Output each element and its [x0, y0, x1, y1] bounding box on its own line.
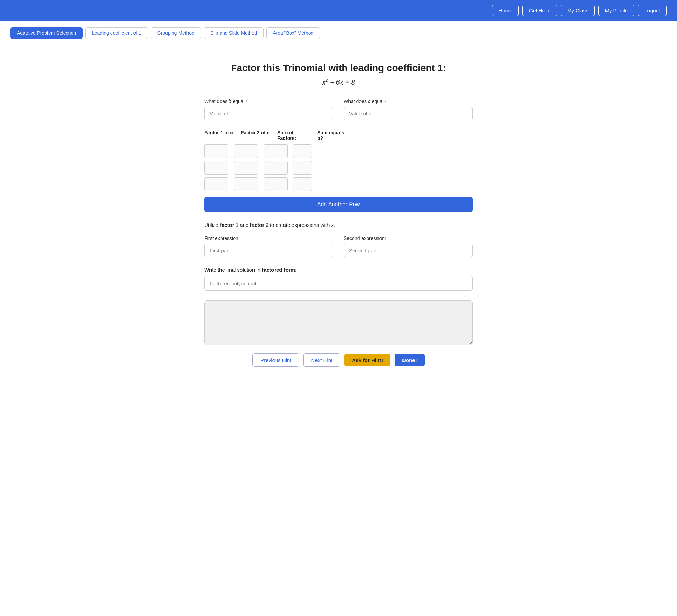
- previous-hint-button[interactable]: Previous Hint: [252, 353, 299, 367]
- hint-area[interactable]: [204, 300, 473, 345]
- logout-button[interactable]: Logout: [638, 5, 667, 16]
- first-expr-input[interactable]: [204, 244, 333, 257]
- final-form-label: Write the final solution in factored for…: [204, 267, 473, 273]
- home-button[interactable]: Home: [492, 5, 519, 16]
- sum-factors-header: Sum of Factors:: [277, 130, 312, 141]
- my-profile-button[interactable]: My Profile: [598, 5, 634, 16]
- next-hint-button[interactable]: Next Hint: [303, 353, 341, 367]
- factor2-header: Factor 2 of c:: [241, 130, 272, 141]
- b-column: What does b equal?: [204, 99, 333, 120]
- factor-table-header: Factor 1 of c: Factor 2 of c: Sum of Fac…: [204, 130, 473, 141]
- bottom-buttons: Previous Hint Next Hint Ask for Hint! Do…: [204, 353, 473, 367]
- sum-row3[interactable]: [264, 177, 288, 191]
- ask-hint-button[interactable]: Ask for Hint!: [344, 354, 390, 366]
- factor1-header: Factor 1 of c:: [204, 130, 235, 141]
- b-input[interactable]: [204, 107, 333, 120]
- equals-b-row3[interactable]: [293, 177, 312, 191]
- factor2-row1[interactable]: [234, 144, 258, 158]
- bc-inputs-row: What does b equal? What does c equal?: [204, 99, 473, 120]
- done-button[interactable]: Done!: [395, 354, 425, 366]
- second-expr-col: Second expression:: [344, 235, 473, 257]
- c-input[interactable]: [344, 107, 473, 120]
- tab-area-box[interactable]: Area "Box" Method: [266, 27, 320, 39]
- table-row: [204, 144, 473, 158]
- instruction-text: Utilize factor 1 and factor 2 to create …: [204, 222, 473, 228]
- header: Home Get Help! My Class My Profile Logou…: [0, 0, 677, 21]
- first-expr-col: First expression:: [204, 235, 333, 257]
- factor1-row1[interactable]: [204, 144, 228, 158]
- table-row: [204, 177, 473, 191]
- problem-expression: x2 − 6x + 8: [204, 78, 473, 86]
- table-row: [204, 161, 473, 175]
- tab-slip-slide[interactable]: Slip and Slide Method: [204, 27, 264, 39]
- my-class-button[interactable]: My Class: [561, 5, 595, 16]
- get-help-button[interactable]: Get Help!: [522, 5, 557, 16]
- first-expr-label: First expression:: [204, 235, 333, 241]
- tab-grouping[interactable]: Grouping Method: [151, 27, 201, 39]
- c-column: What does c equal?: [344, 99, 473, 120]
- final-form-input[interactable]: [204, 276, 473, 291]
- add-row-button[interactable]: Add Another Row: [204, 197, 473, 212]
- factor2-row3[interactable]: [234, 177, 258, 191]
- equals-b-row1[interactable]: [293, 144, 312, 158]
- tab-adaptive[interactable]: Adaptive Problem Selection: [10, 27, 83, 39]
- second-expr-input[interactable]: [344, 244, 473, 257]
- factor-rows: [204, 144, 473, 191]
- tab-leading-coeff[interactable]: Leading coefficient of 1: [85, 27, 148, 39]
- expression-row: First expression: Second expression:: [204, 235, 473, 257]
- factor2-row2[interactable]: [234, 161, 258, 175]
- problem-title: Factor this Trinomial with leading coeff…: [204, 63, 473, 74]
- sum-row1[interactable]: [264, 144, 288, 158]
- equals-b-row2[interactable]: [293, 161, 312, 175]
- c-label: What does c equal?: [344, 99, 473, 104]
- factor1-row3[interactable]: [204, 177, 228, 191]
- main-content: Factor this Trinomial with leading coeff…: [197, 45, 480, 381]
- sum-row2[interactable]: [264, 161, 288, 175]
- sum-equals-b-header: Sum equals b?: [317, 130, 345, 141]
- second-expr-label: Second expression:: [344, 235, 473, 241]
- factor1-row2[interactable]: [204, 161, 228, 175]
- b-label: What does b equal?: [204, 99, 333, 104]
- nav-tabs: Adaptive Problem Selection Leading coeff…: [0, 21, 677, 45]
